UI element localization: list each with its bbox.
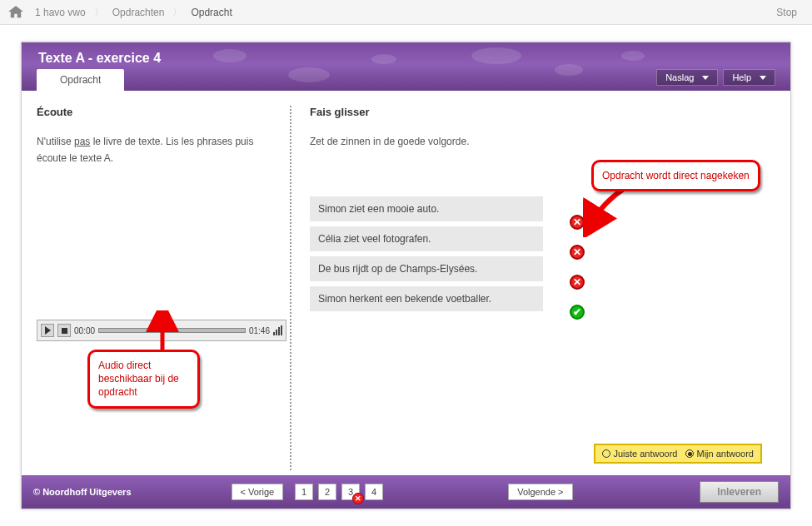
prev-button[interactable]: < Vorige <box>232 484 284 500</box>
correct-answer-label: Juiste antwoord <box>613 449 677 459</box>
callout-audio: Audio direct beschikbaar bij de opdracht <box>87 350 200 409</box>
page-3[interactable]: 3✕ <box>341 484 360 500</box>
list-item: Simon herkent een bekende voetballer. ✔ <box>310 286 560 311</box>
breadcrumb-sep-1: 〉 <box>92 5 106 19</box>
instr-underlined: pas <box>74 136 90 147</box>
exercise-header: Texte A - exercice 4 Opdracht Naslag Hel… <box>22 42 790 91</box>
list-item: De bus rijdt op de Champs-Elysées. ✕ <box>310 256 560 281</box>
play-icon <box>45 326 51 335</box>
left-column: Écoute N'utilise pas le livre de texte. … <box>37 106 286 470</box>
sentence-draggable[interactable]: Célia ziet veel fotografen. <box>310 226 543 251</box>
help-label: Help <box>732 72 751 82</box>
wrong-icon: ✕ <box>352 493 364 504</box>
breadcrumb-current: Opdracht <box>184 7 238 18</box>
page-nav: 1 2 3✕ 4 <box>295 484 383 500</box>
breadcrumb-section[interactable]: Opdrachten <box>106 7 172 18</box>
callout-graded: Opdracht wordt direct nagekeken <box>591 160 760 191</box>
sentence-draggable[interactable]: De bus rijdt op de Champs-Elysées. <box>310 256 543 281</box>
footer-bar: © Noordhoff Uitgevers < Vorige 1 2 3✕ 4 … <box>22 475 790 509</box>
my-answer-radio[interactable]: Mijn antwoord <box>685 449 754 459</box>
audio-current-time: 00:00 <box>74 326 95 335</box>
stop-button[interactable] <box>57 324 71 337</box>
naslag-dropdown[interactable]: Naslag <box>656 69 718 86</box>
page-2[interactable]: 2 <box>318 484 336 500</box>
chevron-down-icon <box>760 76 766 80</box>
page-4[interactable]: 4 <box>365 484 383 500</box>
exercise-title: Texte A - exercice 4 <box>38 51 161 66</box>
list-item: Simon ziet een mooie auto. ✕ <box>310 196 560 221</box>
sentence-draggable[interactable]: Simon ziet een mooie auto. <box>310 196 543 221</box>
page-1[interactable]: 1 <box>295 484 313 500</box>
sentence-draggable[interactable]: Simon herkent een bekende voetballer. <box>310 286 543 311</box>
answer-toggle: Juiste antwoord Mijn antwoord <box>594 444 762 464</box>
naslag-label: Naslag <box>665 72 694 82</box>
volume-icon[interactable] <box>273 325 282 335</box>
content-area: Écoute N'utilise pas le livre de texte. … <box>22 91 790 475</box>
stop-link[interactable]: Stop <box>776 7 804 18</box>
arrow-icon <box>146 310 179 352</box>
my-answer-label: Mijn antwoord <box>697 449 754 459</box>
copyright: © Noordhoff Uitgevers <box>33 487 132 497</box>
ecoute-title: Écoute <box>37 106 271 118</box>
faisglisser-instructions: Zet de zinnen in de goede volgorde. <box>310 133 775 150</box>
home-icon[interactable] <box>8 6 23 19</box>
exercise-card: Texte A - exercice 4 Opdracht Naslag Hel… <box>21 42 791 509</box>
wrong-icon: ✕ <box>570 245 585 260</box>
submit-button[interactable]: Inleveren <box>700 481 779 503</box>
tab-opdracht[interactable]: Opdracht <box>37 69 124 91</box>
correct-icon: ✔ <box>570 305 585 320</box>
faisglisser-title: Fais glisser <box>310 106 775 118</box>
chevron-down-icon <box>702 76 709 80</box>
breadcrumb-level[interactable]: 1 havo vwo <box>28 7 92 18</box>
column-divider <box>290 106 291 470</box>
wrong-icon: ✕ <box>570 275 585 290</box>
breadcrumb-sep-2: 〉 <box>171 5 184 19</box>
list-item: Célia ziet veel fotografen. ✕ <box>310 226 560 251</box>
sentence-list: Simon ziet een mooie auto. ✕ Célia ziet … <box>310 196 560 311</box>
correct-answer-radio[interactable]: Juiste antwoord <box>602 449 677 459</box>
audio-total-time: 01:46 <box>249 326 270 335</box>
top-bar: 1 havo vwo 〉 Opdrachten 〉 Opdracht Stop <box>0 0 812 25</box>
help-dropdown[interactable]: Help <box>723 69 775 86</box>
next-button[interactable]: Volgende > <box>508 484 572 500</box>
ecoute-instructions: N'utilise pas le livre de texte. Lis les… <box>37 133 271 167</box>
play-button[interactable] <box>41 324 54 337</box>
stop-icon <box>62 328 67 334</box>
instr-prefix: N'utilise <box>37 136 74 147</box>
